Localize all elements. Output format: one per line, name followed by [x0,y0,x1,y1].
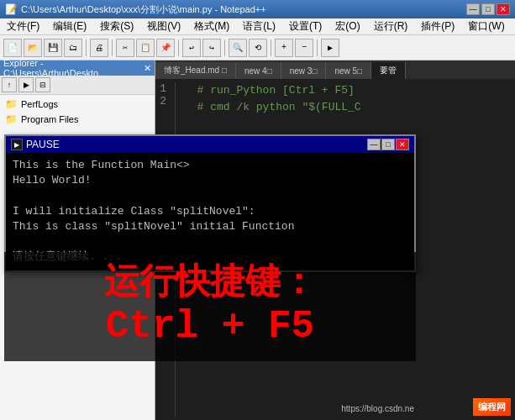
toolbar-separator-5 [271,39,271,56]
explorer-up-button[interactable]: ↑ [2,77,17,92]
explorer-close-icon[interactable]: ✕ [144,63,151,74]
menu-bar: 文件(F) 编辑(E) 搜索(S) 视图(V) 格式(M) 语言(L) 设置(T… [0,18,515,35]
tab-new4[interactable]: new 4□ [236,62,281,79]
save-button[interactable]: 💾 [44,39,62,57]
code-line-2: # cmd /k python "$(FULL_C [184,99,512,116]
toolbar-separator-3 [178,39,179,56]
cmd-title-bar: ▶ PAUSE — □ ✕ [6,136,414,153]
cmd-app-icon: ▶ [11,139,23,150]
overlay-text-shortcut-value: Ctrl + F5 [21,302,399,353]
cmd-window-title: PAUSE [26,139,60,150]
menu-search[interactable]: 搜索(S) [97,18,137,34]
explorer-toolbar: ↑ ▶ ⊟ [0,76,155,95]
title-bar-left: 📝 C:\Users\Arthur\Desktop\xxx\分割小说\main.… [5,3,266,16]
tree-item-programfiles[interactable]: 📁 Program Files [2,112,153,127]
cmd-maximize-button[interactable]: □ [381,139,395,150]
cmd-output-6 [13,234,407,249]
app-icon: 📝 [5,3,18,15]
cmd-output-3 [13,188,407,203]
overlay-container: 运行快捷键： Ctrl + F5 [4,252,416,361]
zoom-in-button[interactable]: + [275,39,293,57]
paste-button[interactable]: 📌 [156,39,175,57]
cmd-close-button[interactable]: ✕ [396,139,409,150]
maximize-button[interactable]: □ [481,3,495,15]
open-button[interactable]: 📂 [24,39,42,57]
zoom-out-button[interactable]: − [295,39,313,57]
menu-settings[interactable]: 设置(T) [286,18,325,34]
tab-blog-head[interactable]: 博客_Head.md □ [155,62,236,79]
tree-item-label: PerfLogs [21,99,58,109]
cmd-output-1: This is the Function Main<> [13,158,407,173]
cmd-output-5: This is class "splitNovel" initial Funct… [13,219,407,234]
title-bar-controls: — □ ✕ [466,3,510,15]
menu-macro[interactable]: 宏(O) [332,18,363,34]
menu-format[interactable]: 格式(M) [191,18,233,34]
toolbar-separator-4 [224,39,225,56]
line-number-2: 2 [159,95,166,108]
cmd-minimize-button[interactable]: — [367,139,381,150]
cmd-title-left: ▶ PAUSE [11,139,60,150]
folder-icon-programfiles: 📁 [5,113,18,125]
minimize-button[interactable]: — [466,3,480,15]
tree-item-label: Program Files [21,114,78,124]
tab-bar: 博客_Head.md □ new 4□ new 3□ new 5□ 要管 [155,60,515,79]
menu-edit[interactable]: 编辑(E) [50,18,90,34]
explorer-header: Explorer - C:\Users\Arthur\Deskto... ✕ [0,60,155,76]
title-bar: 📝 C:\Users\Arthur\Desktop\xxx\分割小说\main.… [0,0,515,18]
folder-icon-perflog: 📁 [5,98,18,110]
new-button[interactable]: 📄 [3,39,22,57]
menu-file[interactable]: 文件(F) [3,18,43,34]
run-button[interactable]: ▶ [321,39,339,57]
cmd-window-controls: — □ ✕ [367,139,409,150]
explorer-home-button[interactable]: ⊟ [35,77,50,92]
toolbar-separator-2 [112,39,113,56]
menu-window[interactable]: 窗口(W) [465,18,507,34]
cut-button[interactable]: ✂ [116,39,134,57]
menu-plugins[interactable]: 插件(P) [418,18,458,34]
redo-button[interactable]: ↪ [202,39,221,57]
tab-new3[interactable]: new 3□ [281,62,327,79]
copy-button[interactable]: 📋 [136,39,155,57]
line-number-1: 1 [159,82,166,95]
menu-run[interactable]: 运行(R) [370,18,412,34]
toolbar-separator-6 [317,39,318,56]
explorer-refresh-button[interactable]: ▶ [18,77,34,92]
close-button[interactable]: ✕ [497,3,510,15]
toolbar-separator-1 [86,39,87,56]
menu-view[interactable]: 视图(V) [144,18,184,34]
overlay-text-shortcut-label: 运行快捷键： [21,260,399,302]
undo-button[interactable]: ↩ [182,39,201,57]
cmd-output-2: Hello World! [13,173,407,188]
tab-new5[interactable]: new 5□ [326,62,371,79]
print-button[interactable]: 🖨 [90,39,108,57]
replace-button[interactable]: ⟲ [249,39,267,57]
tree-item-perflog[interactable]: 📁 PerfLogs [2,97,153,112]
toolbar: 📄 📂 💾 🗂 🖨 ✂ 📋 📌 ↩ ↪ 🔍 ⟲ + − ▶ [0,35,515,60]
menu-language[interactable]: 语言(L) [239,18,279,34]
find-button[interactable]: 🔍 [229,39,247,57]
watermark-url: https://blog.csdn.ne [341,404,414,413]
code-line-1: # run_Python [Ctrl + F5] [184,82,512,99]
tab-main-py[interactable]: 要管 [371,62,406,79]
csdn-badge: 编程网 [473,398,511,416]
cmd-output-4: I will initialize Class "splitNovel": [13,204,407,219]
save-all-button[interactable]: 🗂 [64,39,82,57]
window-title: C:\Users\Arthur\Desktop\xxx\分割小说\main.py… [21,3,266,16]
